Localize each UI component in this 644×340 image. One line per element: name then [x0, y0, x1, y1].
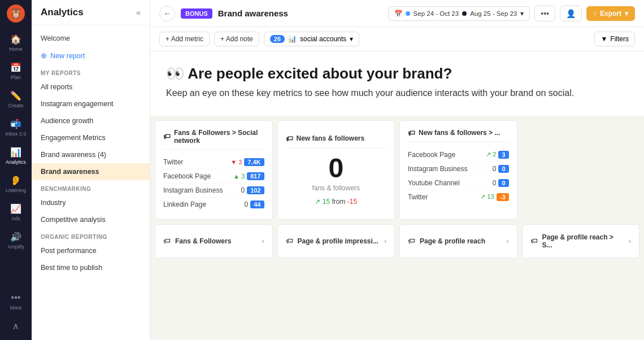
trend-detail: ↗ 15 from -15 [315, 198, 357, 206]
top-cards-grid: 🏷 Fans & Followers > Social network Twit… [150, 120, 644, 224]
card-value-wrap: ↗ 2 3 [486, 151, 508, 159]
page-reach-s-bottom-card[interactable]: 🏷 Page & profile reach > S... › [522, 224, 640, 258]
sidebar-item-industry[interactable]: Industry [32, 194, 150, 211]
export-label: Export [600, 10, 621, 18]
nav-create-label: Create [8, 103, 23, 108]
sidebar-item-all-reports[interactable]: All reports [32, 79, 150, 95]
card-header-new-fans: 🏷 New fans & followers [286, 134, 387, 148]
nav-more[interactable]: ••• More [2, 288, 29, 314]
sidebar-item-brand-count[interactable]: Brand awareness (4) [32, 146, 150, 163]
nav-amplify-label: Amplify [7, 244, 24, 250]
nav-create[interactable]: ✏️ Create [2, 86, 29, 112]
sidebar-item-best-time[interactable]: Best time to publish [32, 259, 150, 276]
row-label: Twitter [163, 158, 183, 166]
nav-inbox[interactable]: 📬 Inbox 2.0 [2, 114, 29, 140]
social-accounts-button[interactable]: 26 📊 social accounts ▾ [264, 32, 359, 46]
filter-button[interactable]: ▼ Filters [594, 32, 635, 46]
table-row: Facebook Page ↗ 2 3 [408, 148, 509, 162]
row-label: Linkedin Page [163, 200, 206, 208]
sidebar-item-post-performance[interactable]: Post performance [32, 242, 150, 259]
date-range-chevron: ▾ [520, 10, 524, 18]
card-value-wrap: 0 0 [493, 165, 509, 173]
trend-icon: 0 [493, 165, 497, 173]
new-fans-followers-card: 🏷 New fans & followers 0 fans & follower… [277, 120, 395, 220]
bottom-card-title: Page & profile impressi... [298, 237, 378, 245]
inbox-icon: 📬 [10, 117, 22, 130]
top-bar-right: 📅 Sep 24 - Oct 23 Aug 25 - Sep 23 ▾ ••• … [388, 6, 635, 21]
social-icon: 📊 [288, 35, 297, 43]
sidebar-item-welcome[interactable]: Welcome [32, 30, 150, 47]
sidebar-item-audience[interactable]: Audience growth [32, 112, 150, 129]
trend-icon: 0 [245, 200, 249, 208]
sidebar-item-competitive[interactable]: Competitive analysis [32, 211, 150, 228]
collapse-icon: ∧ [10, 320, 22, 332]
add-metric-button[interactable]: + Add metric [159, 32, 210, 46]
card-value-wrap: ↗ 13 -3 [480, 193, 508, 201]
sidebar-item-instagram[interactable]: Instagram engagement [32, 95, 150, 112]
nav-listening[interactable]: 👂 Listening [2, 171, 29, 197]
nav-home[interactable]: 🏠 Home [2, 29, 29, 55]
more-button[interactable]: ••• [534, 6, 555, 21]
nav-collapse[interactable]: ∧ [2, 316, 29, 335]
trend-icon: 0 [493, 179, 497, 187]
toolbar: + Add metric + Add note 26 📊 social acco… [150, 27, 644, 51]
add-note-label: + Add note [220, 35, 253, 43]
new-report-button[interactable]: ⊕ New report [32, 47, 150, 64]
nav-bottom: ••• More ∧ [2, 288, 29, 335]
table-row: Youtube Channel 0 0 [408, 176, 509, 190]
nav-amplify[interactable]: 🔊 Amplify [2, 227, 29, 253]
table-row: Instagram Business 0 0 [408, 162, 509, 176]
nav-plan[interactable]: 📅 Plan [2, 58, 29, 84]
nav-listening-label: Listening [6, 188, 26, 193]
benchmarking-section-label: BENCHMARKING [32, 180, 150, 194]
sidebar-item-engagement[interactable]: Engagement Metrics [32, 129, 150, 146]
analytics-icon: 📊 [10, 146, 22, 158]
chevron-right-icon: › [262, 237, 264, 245]
value-badge: 0 [498, 179, 508, 187]
export-icon: ↑ [593, 10, 597, 18]
nav-home-label: Home [9, 46, 23, 52]
card-title-new-fans: New fans & followers [297, 134, 365, 142]
big-number: 0 [328, 155, 343, 182]
back-button[interactable]: ← [159, 6, 175, 21]
page-reach-bottom-card[interactable]: 🏷 Page & profile reach › [399, 224, 517, 258]
export-button[interactable]: ↑ Export ▾ [586, 6, 635, 21]
bottom-card-title: Page & profile reach [420, 237, 485, 245]
organic-section-label: ORGANIC REPORTING [32, 228, 150, 242]
social-chevron: ▾ [350, 35, 353, 43]
row-label: Instagram Business [408, 165, 467, 173]
app-logo[interactable]: 🦉 [7, 5, 25, 23]
nav-inbox-label: Inbox 2.0 [5, 131, 26, 137]
fans-followers-bottom-card[interactable]: 🏷 Fans & Followers › [155, 224, 273, 258]
add-note-button[interactable]: + Add note [214, 32, 259, 46]
nav-ads[interactable]: 📈 Ads [2, 199, 29, 225]
content-area: 👀 Are people excited about your brand? K… [150, 51, 644, 340]
date-dot-current [406, 11, 410, 16]
bottom-card-title: Page & profile reach > S... [542, 233, 625, 249]
date-range-button[interactable]: 📅 Sep 24 - Oct 23 Aug 25 - Sep 23 ▾ [388, 6, 530, 21]
sidebar-collapse-button[interactable]: « [136, 8, 141, 17]
back-icon: ← [163, 9, 171, 18]
card-icon-new-fans-detail: 🏷 [408, 129, 415, 137]
add-metric-label: + Add metric [166, 35, 203, 43]
value-badge: 817 [247, 172, 264, 180]
nav-plan-label: Plan [11, 75, 21, 80]
more-icon: ••• [541, 9, 549, 18]
card-value-wrap: 0 44 [245, 200, 264, 208]
nav-more-label: More [10, 305, 22, 311]
nav-analytics[interactable]: 📊 Analytics [2, 142, 29, 168]
date-range-current: Sep 24 - Oct 23 [414, 10, 459, 17]
card-icon: 🏷 [408, 237, 415, 245]
filter-label: Filters [610, 35, 629, 43]
home-icon: 🏠 [10, 33, 22, 45]
date-range-prev: Aug 25 - Sep 23 [470, 10, 517, 17]
user-button[interactable]: 👤 [560, 6, 582, 21]
page-impressions-bottom-card[interactable]: 🏷 Page & profile impressi... › [277, 224, 395, 258]
card-value-wrap: ▼ 3 7.4K [230, 158, 264, 166]
table-row: Twitter ↗ 13 -3 [408, 190, 509, 204]
amplify-icon: 🔊 [10, 230, 22, 243]
sidebar-item-brand-awareness[interactable]: Brand awareness [32, 163, 150, 180]
card-icon: 🏷 [286, 237, 293, 245]
listening-icon: 👂 [10, 174, 22, 186]
card-icon: 🏷 [530, 237, 538, 245]
